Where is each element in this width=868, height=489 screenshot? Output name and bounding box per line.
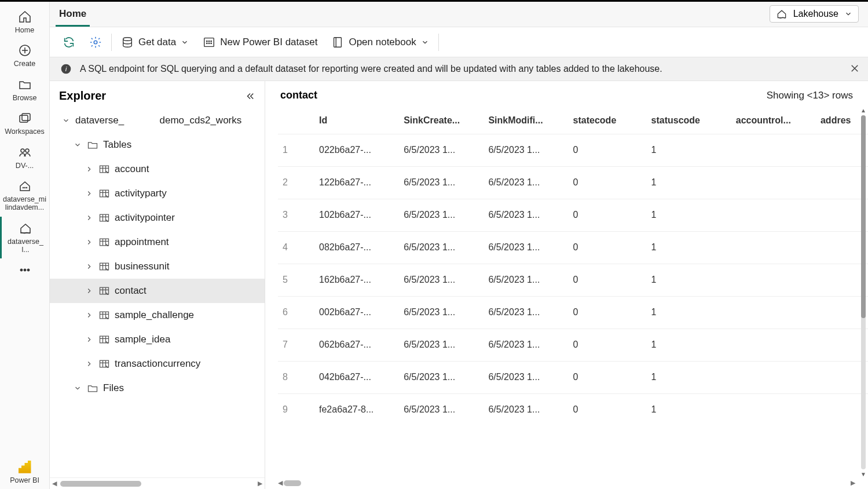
- cell-accountrole: [731, 264, 816, 296]
- row-number: 6: [278, 296, 314, 329]
- table-node-contact[interactable]: contact: [50, 279, 265, 303]
- nav-more[interactable]: [0, 258, 49, 283]
- row-number: 1: [278, 134, 314, 166]
- table-row[interactable]: 7062b6a27-...6/5/2023 1...6/5/2023 1...0…: [278, 329, 868, 361]
- table-row[interactable]: 6002b6a27-...6/5/2023 1...6/5/2023 1...0…: [278, 296, 868, 329]
- files-folder[interactable]: Files: [50, 376, 265, 400]
- table-row[interactable]: 4082b6a27-...6/5/2023 1...6/5/2023 1...0…: [278, 231, 868, 264]
- cell-statecode: 0: [569, 199, 647, 231]
- nav-ws2[interactable]: dataverse_milindavdem...: [0, 174, 49, 217]
- info-banner: i A SQL endpoint for SQL querying and a …: [50, 57, 868, 81]
- table-node-sample_idea[interactable]: sample_idea: [50, 327, 265, 352]
- table-row[interactable]: 5162b6a27-...6/5/2023 1...6/5/2023 1...0…: [278, 264, 868, 296]
- table-node-appointment[interactable]: appointment: [50, 230, 265, 254]
- chevron-down-icon: [181, 38, 189, 46]
- workspaces-icon: [17, 110, 33, 126]
- files-label: Files: [103, 382, 124, 394]
- cell-statuscode: 1: [647, 134, 731, 166]
- cell-id: 162b6a27-...: [314, 264, 399, 296]
- svg-point-19: [211, 43, 211, 43]
- nav-ws1[interactable]: DV-...: [0, 141, 49, 174]
- close-banner-button[interactable]: [849, 63, 860, 74]
- nav-browse[interactable]: Browse: [0, 73, 49, 107]
- scroll-right-icon: ▶: [851, 479, 855, 487]
- nav-home[interactable]: Home: [0, 5, 49, 39]
- table-node-transactioncurrency[interactable]: transactioncurrency: [50, 352, 265, 376]
- column-header[interactable]: SinkModifi...: [484, 107, 568, 134]
- scrollbar-thumb[interactable]: [861, 115, 866, 318]
- cell-sinkcreate: 6/5/2023 1...: [399, 199, 484, 231]
- data-table: IdSinkCreate...SinkModifi...statecodesta…: [278, 107, 868, 426]
- lakehouse-node[interactable]: dataverse_ demo_cds2_works: [50, 108, 265, 133]
- left-nav-rail: Home Create Browse Workspaces DV-...: [0, 2, 50, 489]
- table-node-account[interactable]: account: [50, 157, 265, 181]
- table-node-sample_challenge[interactable]: sample_challenge: [50, 303, 265, 327]
- svg-point-18: [208, 43, 209, 43]
- nav-powerbi[interactable]: Power BI: [0, 455, 49, 489]
- column-header[interactable]: statecode: [569, 107, 647, 134]
- cell-statecode: 0: [569, 264, 647, 296]
- row-number: 9: [278, 393, 314, 426]
- explorer-hscrollbar[interactable]: ◀ ▶: [50, 477, 265, 489]
- view-mode-switch[interactable]: Lakehouse: [770, 5, 859, 23]
- row-number: 3: [278, 199, 314, 231]
- scroll-down-icon: ▼: [860, 471, 866, 477]
- grid-vscrollbar[interactable]: ▲ ▼: [860, 107, 867, 477]
- svg-rect-26: [100, 239, 109, 246]
- svg-point-8: [20, 269, 23, 271]
- get-data-button[interactable]: Get data: [116, 34, 193, 51]
- column-header[interactable]: SinkCreate...: [399, 107, 484, 134]
- cell-sinkcreate: 6/5/2023 1...: [399, 166, 484, 199]
- svg-point-5: [23, 187, 23, 188]
- nav-browse-label: Browse: [13, 94, 37, 102]
- chevron-down-icon: [844, 10, 852, 18]
- tab-home[interactable]: Home: [56, 3, 90, 27]
- nav-workspaces-label: Workspaces: [5, 127, 45, 136]
- scrollbar-thumb[interactable]: [284, 480, 301, 486]
- svg-point-7: [26, 187, 27, 188]
- new-dataset-button[interactable]: New Power BI dataset: [198, 34, 322, 51]
- nav-ws3[interactable]: dataverse_ l...: [0, 217, 49, 259]
- cell-sinkcreate: 6/5/2023 1...: [399, 329, 484, 361]
- cell-statuscode: 1: [647, 329, 731, 361]
- cell-statuscode: 1: [647, 296, 731, 329]
- nav-create-label: Create: [14, 60, 36, 68]
- svg-rect-13: [204, 38, 214, 46]
- plus-circle-icon: [17, 42, 33, 59]
- table-row[interactable]: 2122b6a27-...6/5/2023 1...6/5/2023 1...0…: [278, 166, 868, 199]
- grid-title: contact: [280, 89, 317, 101]
- column-header[interactable]: accountrol...: [731, 107, 816, 134]
- svg-rect-30: [100, 336, 109, 343]
- settings-button[interactable]: [85, 34, 107, 51]
- table-row[interactable]: 9fe2a6a27-8...6/5/2023 1...6/5/2023 1...…: [278, 393, 868, 426]
- scrollbar-thumb[interactable]: [60, 481, 141, 487]
- svg-rect-28: [100, 287, 109, 294]
- group-icon: [17, 144, 33, 160]
- cell-id: 002b6a27-...: [314, 296, 399, 329]
- cell-sinkmodified: 6/5/2023 1...: [484, 264, 568, 296]
- nav-workspaces[interactable]: Workspaces: [0, 107, 49, 140]
- open-notebook-button[interactable]: Open notebook: [327, 34, 433, 51]
- table-icon: [98, 285, 110, 297]
- column-header[interactable]: statuscode: [647, 107, 731, 134]
- table-name: businessunit: [115, 261, 170, 272]
- grid-hscrollbar[interactable]: ◀ ▶: [265, 477, 868, 489]
- nav-create[interactable]: Create: [0, 39, 49, 72]
- column-header[interactable]: Id: [314, 107, 399, 134]
- cell-sinkmodified: 6/5/2023 1...: [484, 134, 568, 166]
- table-row[interactable]: 1022b6a27-...6/5/2023 1...6/5/2023 1...0…: [278, 134, 868, 166]
- table-node-businessunit[interactable]: businessunit: [50, 254, 265, 279]
- table-node-activityparty[interactable]: activityparty: [50, 181, 265, 206]
- chevron-right-icon: [85, 238, 94, 246]
- table-row[interactable]: 3102b6a27-...6/5/2023 1...6/5/2023 1...0…: [278, 199, 868, 231]
- refresh-button[interactable]: [58, 34, 80, 51]
- ribbon-tabs: Home Lakehouse: [50, 2, 868, 27]
- cell-sinkcreate: 6/5/2023 1...: [399, 264, 484, 296]
- tables-folder[interactable]: Tables: [50, 133, 265, 157]
- table-node-activitypointer[interactable]: activitypointer: [50, 206, 265, 230]
- cell-id: 122b6a27-...: [314, 166, 399, 199]
- cell-statecode: 0: [569, 361, 647, 393]
- svg-point-16: [211, 41, 211, 41]
- collapse-explorer-button[interactable]: [245, 91, 255, 101]
- table-row[interactable]: 8042b6a27-...6/5/2023 1...6/5/2023 1...0…: [278, 361, 868, 393]
